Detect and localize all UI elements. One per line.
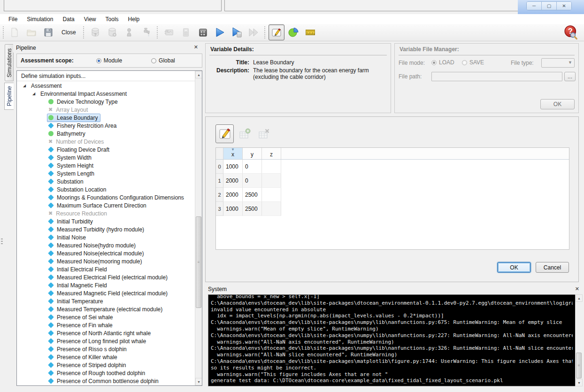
tree-item[interactable]: Presence of Common bottlenose dolphin — [17, 377, 195, 385]
toolbar-grip[interactable] — [156, 26, 159, 38]
tree-item[interactable]: Initial Temperature — [17, 297, 195, 305]
tree-item[interactable]: Measured Noise(mooring module) — [17, 257, 195, 265]
tree-item[interactable]: Presence of Fin whale — [17, 321, 195, 329]
close-window-button[interactable]: ✕ — [557, 2, 571, 10]
system-console[interactable]: above_bounds = x_new > self.x[-1]C:\Anac… — [208, 294, 576, 386]
table-cell-y[interactable]: 2500 — [243, 202, 262, 216]
table-cell-x[interactable]: 2000 — [223, 188, 243, 202]
menu-help[interactable]: Help — [123, 15, 145, 23]
database-export-button[interactable] — [104, 24, 120, 40]
browse-button[interactable]: ... — [564, 72, 576, 81]
tree-item[interactable]: ✖Array Layout — [17, 106, 195, 114]
column-header-z[interactable]: z — [262, 148, 281, 159]
tree-item[interactable]: System Height — [17, 161, 195, 169]
plots-view-button[interactable] — [285, 24, 301, 40]
tree-scrollbar[interactable]: ▲ ≡ ▼ — [195, 71, 202, 385]
add-row-button[interactable] — [235, 124, 254, 143]
tree-item[interactable]: Intial Magnetic Field — [17, 281, 195, 289]
table-cell-z[interactable] — [262, 160, 281, 174]
help-button[interactable]: ? — [563, 25, 578, 40]
menu-tools[interactable]: Tools — [101, 15, 123, 23]
table-cell-y[interactable]: 0 — [243, 174, 262, 188]
menu-file[interactable]: File — [4, 15, 22, 23]
file-mode-load-radio[interactable]: LOAD — [431, 59, 454, 66]
tree-item[interactable]: Floating Device Draft — [17, 146, 195, 154]
column-header-x[interactable]: ▾x — [223, 148, 243, 159]
scroll-up-button[interactable]: ▲ — [195, 71, 202, 78]
tab-pipeline[interactable]: Pipeline — [4, 83, 14, 110]
theme-calculator-button[interactable] — [178, 24, 194, 40]
module-board-button[interactable] — [161, 24, 177, 40]
minimize-button[interactable]: ─ — [527, 2, 542, 10]
scroll-thumb[interactable]: ≡ — [576, 353, 582, 378]
tree-item[interactable]: Initial Noise — [17, 233, 195, 241]
tree-root-label[interactable]: Define simulation inputs... — [17, 71, 202, 81]
tree-item[interactable]: ◢Assessment — [17, 82, 195, 90]
dock-splitter[interactable] — [0, 109, 4, 306]
tree-item[interactable]: Presence of Long finned pilot whale — [17, 337, 195, 345]
tree-item[interactable]: Substation — [17, 177, 195, 185]
tab-simulations[interactable]: Simulations — [5, 44, 14, 81]
tree-item[interactable]: Presence of Killer whale — [17, 353, 195, 361]
tree-item[interactable]: Measured Temperature (electrical module) — [17, 305, 195, 313]
tree-item[interactable]: Bathymetry — [17, 130, 195, 138]
cancel-button[interactable]: Cancel — [536, 262, 569, 273]
tree-item[interactable]: ✖Number of Devices — [17, 138, 195, 146]
tree-item[interactable]: Measured Noise(electrical module) — [17, 249, 195, 257]
file-type-combobox[interactable]: ▼ — [541, 58, 575, 68]
tree-item[interactable]: Fishery Restrcition Area — [17, 122, 195, 130]
tree-item[interactable]: Lease Boundary — [17, 114, 195, 122]
table-cell-z[interactable] — [262, 202, 281, 216]
delete-row-button[interactable] — [254, 124, 273, 143]
scope-global-radio[interactable]: Global — [151, 57, 175, 64]
row-header-cell[interactable]: 1 — [216, 174, 223, 188]
tree-item[interactable]: Intial Electrical Field — [17, 265, 195, 273]
table-cell-z[interactable] — [262, 174, 281, 188]
table-cell-x[interactable]: 1000 — [223, 160, 243, 174]
toolbar-grip[interactable] — [264, 26, 266, 38]
tree-item[interactable]: Initial Turbidity — [17, 217, 195, 225]
file-mode-save-radio[interactable]: SAVE — [462, 59, 484, 66]
database-select-button[interactable]: ? — [87, 24, 103, 40]
row-header-cell[interactable]: 0 — [216, 160, 223, 174]
tree-item[interactable]: Presence of Striped dolphin — [17, 361, 195, 369]
tree-item[interactable]: System Width — [17, 154, 195, 161]
table-cell-y[interactable]: 2500 — [243, 188, 262, 202]
table-cell-z[interactable] — [262, 188, 281, 202]
toolbar-grip[interactable] — [83, 26, 85, 38]
edit-table-button[interactable] — [215, 124, 234, 143]
tree-item[interactable]: Presence of Sei whale — [17, 313, 195, 321]
ok-button[interactable]: OK — [497, 262, 531, 273]
tree-item[interactable]: ✖Resource Reduction — [17, 209, 195, 217]
run-assessment-button[interactable] — [229, 24, 245, 40]
tree-item[interactable]: Substation Location — [17, 185, 195, 193]
tree-item[interactable]: ◢Environmental Impact Assessment — [17, 90, 195, 98]
maximize-button[interactable]: ▢ — [542, 2, 557, 10]
menu-view[interactable]: View — [79, 15, 101, 23]
table-cell-x[interactable]: 1000 — [223, 202, 243, 216]
open-project-button[interactable] — [23, 24, 39, 40]
table-cell-y[interactable]: 0 — [243, 160, 262, 174]
system-close-icon[interactable]: ✕ — [573, 285, 581, 292]
row-header-cell[interactable]: 2 — [216, 188, 223, 202]
menu-simulation[interactable]: Simulation — [22, 15, 58, 23]
row-header-cell[interactable]: 3 — [216, 202, 223, 216]
run-strategy-button[interactable] — [246, 24, 261, 40]
tree-item[interactable]: Maximum Surface Current Direction — [17, 201, 195, 209]
tree-item[interactable]: Presence of Risso s dolphin — [17, 345, 195, 353]
inputs-view-button[interactable] — [269, 24, 284, 40]
file-path-input[interactable] — [431, 72, 562, 81]
scenario-pawn-button[interactable] — [121, 24, 137, 40]
scroll-up-button[interactable]: ▲ — [576, 294, 583, 302]
tree-item[interactable]: Device Technology Type — [17, 98, 195, 106]
pipeline-close-icon[interactable]: ✕ — [192, 44, 200, 51]
scroll-down-button[interactable]: ▼ — [576, 379, 583, 386]
tree-item[interactable]: Measured Magnetic Field (electrical modu… — [17, 289, 195, 297]
tree-item[interactable]: Measured Electrical Field (electrical mo… — [17, 273, 195, 281]
console-scrollbar[interactable]: ▲ ≡ ▼ — [575, 294, 582, 386]
scroll-thumb[interactable]: ≡ — [196, 216, 201, 308]
comparison-view-button[interactable] — [302, 24, 318, 40]
scroll-down-button[interactable]: ▼ — [195, 378, 202, 385]
toolbar-grip[interactable] — [2, 26, 4, 38]
tree-item[interactable]: Measured Noise(hydro module) — [17, 241, 195, 249]
